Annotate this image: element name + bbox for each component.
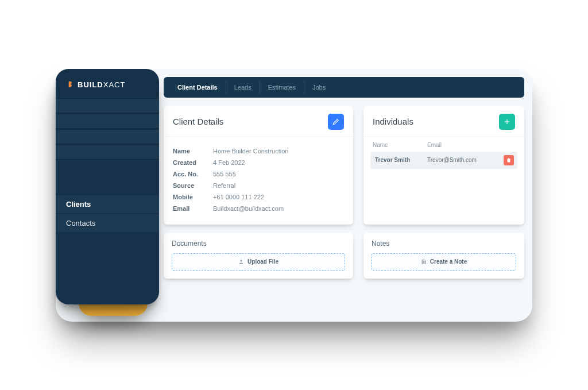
tab-client-details[interactable]: Client Details bbox=[169, 82, 226, 93]
notes-card: Notes Create a Note bbox=[363, 233, 524, 279]
brand-name: BUILDXACT bbox=[78, 80, 125, 89]
create-note-label: Create a Note bbox=[430, 258, 467, 265]
detail-label: Acc. No. bbox=[173, 171, 213, 177]
tab-leads[interactable]: Leads bbox=[226, 82, 260, 93]
pencil-icon bbox=[332, 118, 340, 126]
tab-jobs[interactable]: Jobs bbox=[304, 82, 334, 93]
note-icon bbox=[421, 259, 427, 265]
detail-label: Mobile bbox=[173, 194, 213, 200]
nav-placeholder bbox=[56, 114, 159, 129]
col-name: Name bbox=[373, 142, 427, 148]
client-details-title: Client Details bbox=[173, 117, 223, 126]
documents-title: Documents bbox=[172, 240, 345, 248]
sidebar-item-label: Contacts bbox=[66, 219, 95, 227]
detail-value: Home Builder Construction bbox=[213, 148, 288, 155]
sidebar-item-contacts[interactable]: Contacts bbox=[56, 214, 159, 232]
detail-label: Name bbox=[173, 148, 213, 155]
nav-placeholder bbox=[56, 129, 159, 144]
individuals-title: Individuals bbox=[373, 117, 413, 126]
nav-placeholder bbox=[56, 145, 159, 160]
detail-label: Created bbox=[173, 159, 213, 166]
upload-file-button[interactable]: Upload File bbox=[172, 253, 345, 271]
detail-value: 4 Feb 2022 bbox=[213, 159, 245, 166]
detail-value: Referral bbox=[213, 182, 235, 189]
detail-value: +61 0000 111 222 bbox=[213, 194, 264, 200]
col-email: Email bbox=[427, 142, 515, 148]
create-note-button[interactable]: Create a Note bbox=[372, 253, 516, 271]
brand: BUILDXACT bbox=[56, 69, 159, 96]
tab-estimates[interactable]: Estimates bbox=[260, 82, 304, 93]
table-row[interactable]: Trevor Smith Trevor@Smith.com bbox=[370, 152, 517, 169]
plus-icon bbox=[503, 118, 511, 126]
client-details-card: Client Details NameHome Builder Construc… bbox=[164, 106, 353, 225]
detail-label: Email bbox=[173, 205, 213, 212]
sidebar: BUILDXACT Clients Contacts bbox=[56, 69, 159, 304]
cell-name: Trevor Smith bbox=[375, 157, 427, 163]
brand-logo-icon bbox=[66, 80, 74, 88]
upload-file-label: Upload File bbox=[247, 258, 278, 265]
delete-individual-button[interactable] bbox=[504, 155, 514, 165]
nav-placeholder-group bbox=[56, 98, 159, 160]
detail-value: Buildxact@buildxact.com bbox=[213, 205, 284, 212]
trash-icon bbox=[506, 157, 512, 163]
upload-icon bbox=[238, 259, 244, 265]
documents-card: Documents Upload File bbox=[164, 233, 353, 279]
detail-label: Source bbox=[173, 182, 213, 189]
nav-placeholder bbox=[56, 98, 159, 113]
cell-email: Trevor@Smith.com bbox=[427, 157, 504, 163]
edit-button[interactable] bbox=[328, 114, 344, 130]
individuals-card: Individuals Name Email Trevor Smith bbox=[363, 106, 524, 225]
sidebar-item-label: Clients bbox=[66, 200, 91, 208]
notes-title: Notes bbox=[372, 240, 516, 248]
add-individual-button[interactable] bbox=[499, 114, 515, 130]
individuals-table-head: Name Email bbox=[366, 137, 522, 152]
sidebar-item-clients[interactable]: Clients bbox=[56, 195, 159, 213]
detail-value: 555 555 bbox=[213, 171, 236, 177]
tab-bar: Client Details Leads Estimates Jobs bbox=[164, 77, 524, 98]
